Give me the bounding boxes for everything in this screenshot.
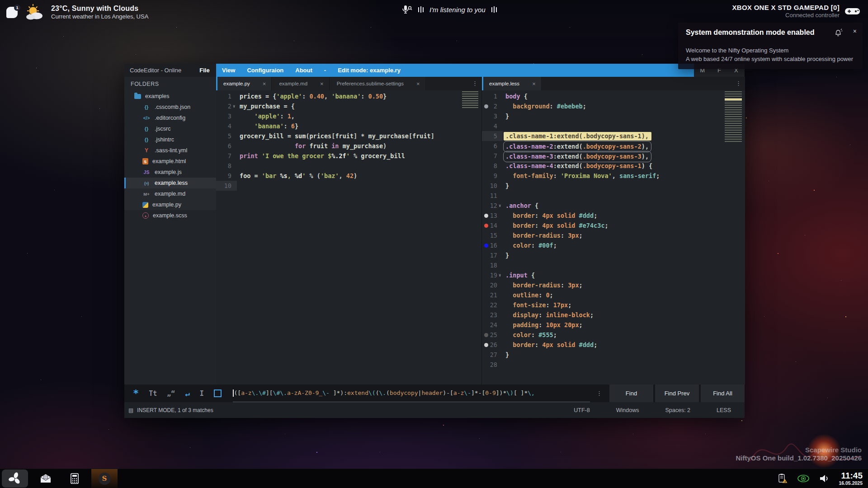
code-line-24: 24 padding: 10px 20px; [482,320,745,330]
sidebar-item-label: examples [145,93,170,99]
gamepad-icon [844,6,861,17]
toast-line2: A web based 24/7 online system with scal… [686,55,853,63]
sidebar-item-jscsrc[interactable]: {}.jscsrc [124,123,216,134]
system-log-warning-icon[interactable] [777,473,788,484]
tab-example.py[interactable]: example.py× [216,77,272,90]
highlight-matches-icon[interactable] [214,389,222,397]
python-code-area[interactable]: 1prices = {'apple': 0.40, 'banana': 0.50… [216,90,481,385]
menu-item[interactable]: - [318,64,332,77]
sidebar-item-examples[interactable]: examples [124,91,216,102]
menu-item[interactable]: View [216,64,241,77]
yml-file-icon: Y [142,147,151,154]
tab-example.less[interactable]: example.less× [482,77,542,90]
find-options: *Tt„“↵I [124,389,233,398]
case-sensitive-icon[interactable]: Tt [149,389,157,398]
whole-word-icon[interactable]: „“ [167,389,175,398]
weather-widget[interactable]: 1 23°C, Sunny with Clouds Current weathe… [6,4,148,21]
left-tabbar: example.py×example.md×Preferences.sublim… [216,77,481,90]
code-line-27: 27} [482,350,745,360]
status-bar: ▤ INSERT MODE, 1 of 3 matches UTF-8Windo… [124,402,745,418]
find-prev-button[interactable]: Find Prev [655,385,699,402]
sidebar-item-jshintrc[interactable]: {}.jshintrc [124,134,216,145]
sidebar-item-sass-lint-yml[interactable]: Y.sass-lint.yml [124,145,216,156]
tab-overflow-icon[interactable]: ⋮ [472,77,478,90]
calculator-app-button[interactable] [63,469,86,488]
sidebar-item-label: example.py [152,202,181,208]
calculator-icon [69,473,80,484]
privacy-eye-icon[interactable] [797,474,810,483]
weather-title: 23°C, Sunny with Clouds [51,5,148,13]
status-utf-8[interactable]: UTF-8 [574,407,590,413]
scss-file-icon: ▲ [142,212,149,219]
tab-overflow-icon[interactable]: ⋮ [736,77,741,90]
wrap-icon[interactable]: ↵ [185,389,189,398]
status-left: ▤ INSERT MODE, 1 of 3 matches [128,402,213,418]
find-input[interactable]: ([a-z\.\#][\#\.a-zA-Z0-9_\- ]*):extend\(… [233,384,590,403]
code-line-13: 13 border: 4px solid #ddd; [482,211,745,221]
menu-item[interactable]: About [289,64,318,77]
minimap[interactable] [462,91,478,109]
html-file-icon: 5 [142,158,148,164]
clock-widget[interactable]: 11:45 16.05.2025 [839,471,863,486]
gamepad-title: XBOX ONE X STD GAMEPAD [0] [732,4,840,11]
tab-close-icon[interactable]: × [320,80,324,87]
toast-close-icon[interactable]: × [853,28,857,35]
sidebar-item-csscomb-json[interactable]: {}.csscomb.json [124,102,216,113]
code-line-20: 20 border-radius: 3px; [482,280,745,290]
watermark-build: NiftyOS One build_1.02.7380_20250426 [736,454,862,462]
tab-close-icon[interactable]: × [416,80,420,87]
less-code-area[interactable]: 1body {2 background: #ebebeb;3}45.class-… [482,90,745,385]
desktop: 1 23°C, Sunny with Clouds Current weathe… [0,0,868,488]
code-editor-app-button[interactable]: S [91,469,118,488]
json-file-icon: {} [142,136,151,143]
sidebar-header: FOLDERS [124,77,216,91]
tab-close-icon[interactable]: × [532,80,536,87]
tab-example.md[interactable]: example.md× [272,77,329,90]
sidebar-item-label: .editorconfig [155,115,185,121]
code-line-5: 5grocery_bill = sum(prices[fruit] * my_p… [216,131,481,141]
status-spaces-2[interactable]: Spaces: 2 [665,407,690,413]
start-button[interactable] [2,469,28,488]
sidebar-item-label: example.html [152,158,186,164]
window-titlebar[interactable]: CodeEditor - Online File ViewConfiguraio… [124,64,745,77]
menu-item[interactable]: Edit mode: example.ry [332,64,406,77]
window-title: CodeEditor - Online [130,64,181,77]
sidebar-item-example-less[interactable]: (≈)example.less [124,178,216,188]
menu-file[interactable]: File [193,64,216,77]
mail-app-button[interactable] [34,469,57,488]
in-selection-icon[interactable]: I [200,389,204,398]
status-windows[interactable]: Windows [616,407,639,413]
regex-icon[interactable]: * [133,391,139,396]
minimap[interactable] [725,91,742,142]
tab-Preferences.sublime-settings[interactable]: Preferences.sublime-settings× [330,77,426,90]
find-input-menu-icon[interactable]: ⋮ [596,390,602,397]
menu-item[interactable]: Configuraion [241,64,289,77]
sidebar-item-example-js[interactable]: JSexample.js [124,167,216,178]
code-line-9: 9 font-family: 'Proxima Nova', sans-seri… [482,171,745,181]
voice-assistant-widget[interactable]: I'm listening to you [401,5,497,14]
sidebar-item-example-py[interactable]: example.py [124,199,216,210]
fold-arrow-icon[interactable]: ∨ [233,101,235,111]
find-all-button[interactable]: Find All [701,385,745,402]
status-less[interactable]: LESS [717,407,731,413]
weather-text: 23°C, Sunny with Clouds Current weather … [51,5,148,20]
sidebar-item-editorconfig[interactable]: </>.editorconfig [124,113,216,123]
tab-close-icon[interactable]: × [263,80,266,87]
fold-arrow-icon[interactable]: ∨ [499,201,501,211]
fold-arrow-icon[interactable]: ∨ [499,270,501,280]
sun-cloud-icon [24,4,45,21]
code-line-23: 23 display: inline-block; [482,310,745,320]
sidebar-item-example-md[interactable]: M+example.md [124,188,216,199]
code-line-15: 15 border-radius: 3px; [482,230,745,240]
notification-bubble-icon[interactable]: 1 [6,7,18,18]
sidebar-item-example-html[interactable]: 5example.html [124,156,216,167]
active-tab-accent [216,77,217,90]
js-file-icon: JS [142,169,151,176]
mail-icon [40,474,52,483]
code-line-16: 16 color: #00f; [482,240,745,250]
find-button[interactable]: Find [609,385,653,402]
code-line-12: 12∨.anchor { [482,201,745,211]
volume-icon[interactable] [819,474,830,483]
code-line-22: 22 font-size: 17px; [482,300,745,310]
sidebar-item-example-scss[interactable]: ▲example.scss [124,210,216,221]
